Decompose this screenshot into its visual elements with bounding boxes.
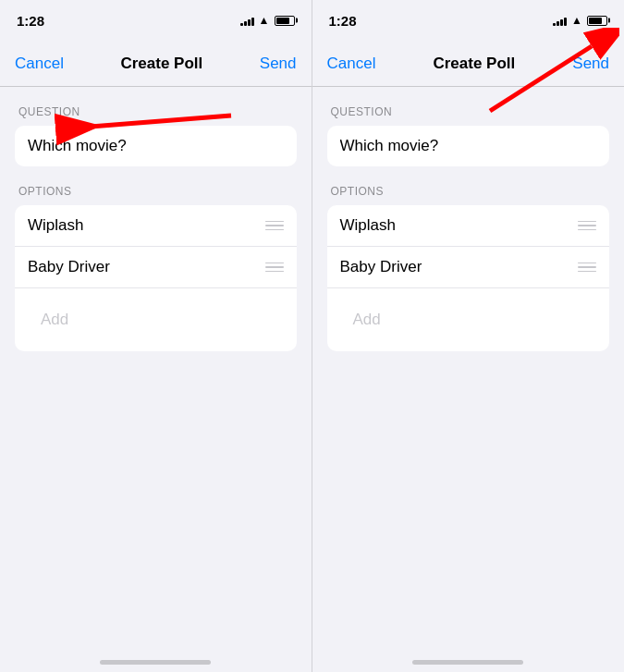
options-label-right: OPTIONS xyxy=(331,185,610,198)
options-label-left: OPTIONS xyxy=(18,185,297,198)
nav-bar-right: Cancel Create Poll Send xyxy=(312,41,625,87)
content-left: QUESTION OPTIONS Wiplash Baby Driver Add xyxy=(0,87,312,641)
options-card-left: Wiplash Baby Driver Add xyxy=(15,205,297,351)
drag-handle-wiplash-left[interactable] xyxy=(265,221,284,231)
content-right: QUESTION OPTIONS Wiplash Baby Driver Add xyxy=(312,87,625,641)
question-input-card-left[interactable] xyxy=(15,126,297,166)
nav-bar-left: Cancel Create Poll Send xyxy=(0,41,312,87)
cancel-button-right[interactable]: Cancel xyxy=(327,55,376,73)
option-row-babydriver-right: Baby Driver xyxy=(327,247,610,288)
send-button-left[interactable]: Send xyxy=(260,55,297,73)
status-time-left: 1:28 xyxy=(17,13,44,29)
home-indicator-left xyxy=(0,641,312,672)
add-option-row-left[interactable]: Add xyxy=(15,288,297,351)
options-card-right: Wiplash Baby Driver Add xyxy=(327,205,610,351)
battery-icon-right xyxy=(587,16,607,26)
question-input-right[interactable] xyxy=(340,137,597,155)
option-row-babydriver-left: Baby Driver xyxy=(15,247,297,288)
option-row-wiplash-right: Wiplash xyxy=(327,205,610,247)
nav-title-left: Create Poll xyxy=(120,55,202,73)
status-icons-right: ▲ xyxy=(553,14,607,27)
drag-handle-babydriver-right[interactable] xyxy=(578,263,596,273)
left-panel: 1:28 ▲ Cancel Create Poll Send QUESTION … xyxy=(0,0,312,672)
right-panel: 1:28 ▲ Cancel Create Poll Send QUESTION … xyxy=(312,0,625,672)
option-text-babydriver-right: Baby Driver xyxy=(340,258,422,276)
question-input-left[interactable] xyxy=(28,137,284,155)
option-text-wiplash-left: Wiplash xyxy=(28,216,83,235)
wifi-icon-left: ▲ xyxy=(259,14,270,27)
drag-handle-babydriver-left[interactable] xyxy=(265,263,284,273)
question-input-card-right[interactable] xyxy=(327,126,610,166)
status-bar-left: 1:28 ▲ xyxy=(0,0,312,41)
signal-icon-left xyxy=(240,16,254,26)
signal-icon-right xyxy=(553,16,567,26)
option-row-wiplash-left: Wiplash xyxy=(15,205,297,247)
option-text-wiplash-right: Wiplash xyxy=(340,216,396,235)
drag-handle-wiplash-right[interactable] xyxy=(578,221,596,231)
question-label-left: QUESTION xyxy=(18,105,297,118)
cancel-button-left[interactable]: Cancel xyxy=(15,55,64,73)
add-option-text-right: Add xyxy=(340,299,394,340)
add-option-text-left: Add xyxy=(28,299,81,340)
status-time-right: 1:28 xyxy=(329,13,357,29)
status-icons-left: ▲ xyxy=(240,14,295,27)
home-indicator-right xyxy=(312,641,625,672)
question-label-right: QUESTION xyxy=(331,105,610,118)
option-text-babydriver-left: Baby Driver xyxy=(28,258,110,276)
add-option-row-right[interactable]: Add xyxy=(327,288,610,351)
send-button-right[interactable]: Send xyxy=(572,55,609,73)
battery-icon-left xyxy=(275,16,295,26)
nav-title-right: Create Poll xyxy=(433,55,515,73)
status-bar-right: 1:28 ▲ xyxy=(312,0,625,41)
wifi-icon-right: ▲ xyxy=(571,14,582,27)
